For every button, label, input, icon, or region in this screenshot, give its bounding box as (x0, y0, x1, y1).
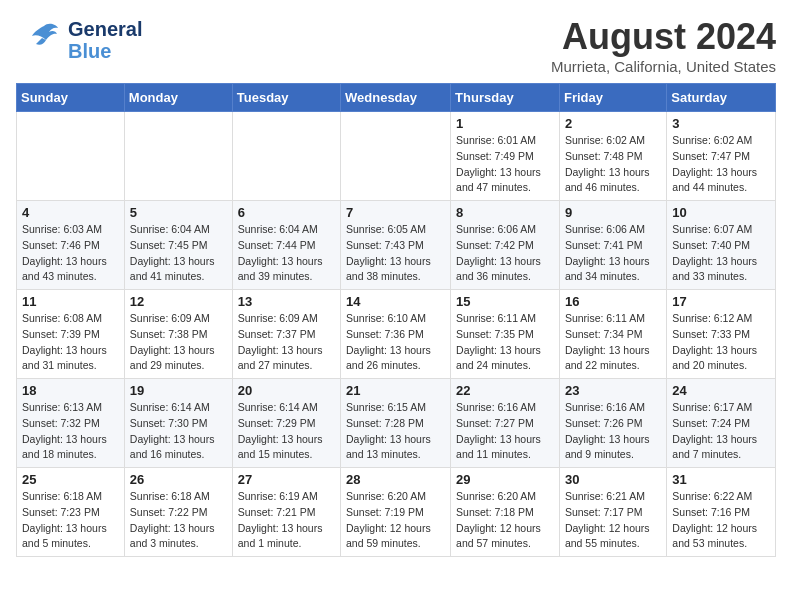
calendar-day-cell: 17Sunrise: 6:12 AMSunset: 7:33 PMDayligh… (667, 290, 776, 379)
page-header: General Blue August 2024 Murrieta, Calif… (16, 16, 776, 75)
day-number: 13 (238, 294, 335, 309)
day-number: 10 (672, 205, 770, 220)
day-number: 19 (130, 383, 227, 398)
day-number: 3 (672, 116, 770, 131)
calendar-day-cell (232, 112, 340, 201)
day-number: 24 (672, 383, 770, 398)
calendar-day-cell (17, 112, 125, 201)
calendar-day-cell: 25Sunrise: 6:18 AMSunset: 7:23 PMDayligh… (17, 468, 125, 557)
day-of-week-header: Thursday (451, 84, 560, 112)
day-number: 5 (130, 205, 227, 220)
day-of-week-header: Friday (559, 84, 666, 112)
calendar-day-cell: 31Sunrise: 6:22 AMSunset: 7:16 PMDayligh… (667, 468, 776, 557)
logo: General Blue (16, 16, 142, 64)
calendar-week-row: 1Sunrise: 6:01 AMSunset: 7:49 PMDaylight… (17, 112, 776, 201)
calendar-day-cell: 24Sunrise: 6:17 AMSunset: 7:24 PMDayligh… (667, 379, 776, 468)
day-info: Sunrise: 6:16 AMSunset: 7:27 PMDaylight:… (456, 400, 554, 463)
day-number: 4 (22, 205, 119, 220)
day-info: Sunrise: 6:02 AMSunset: 7:47 PMDaylight:… (672, 133, 770, 196)
day-info: Sunrise: 6:09 AMSunset: 7:38 PMDaylight:… (130, 311, 227, 374)
day-number: 22 (456, 383, 554, 398)
calendar-week-row: 11Sunrise: 6:08 AMSunset: 7:39 PMDayligh… (17, 290, 776, 379)
calendar-day-cell: 2Sunrise: 6:02 AMSunset: 7:48 PMDaylight… (559, 112, 666, 201)
day-info: Sunrise: 6:16 AMSunset: 7:26 PMDaylight:… (565, 400, 661, 463)
day-info: Sunrise: 6:12 AMSunset: 7:33 PMDaylight:… (672, 311, 770, 374)
calendar-day-cell: 23Sunrise: 6:16 AMSunset: 7:26 PMDayligh… (559, 379, 666, 468)
day-number: 12 (130, 294, 227, 309)
day-number: 15 (456, 294, 554, 309)
calendar-day-cell: 26Sunrise: 6:18 AMSunset: 7:22 PMDayligh… (124, 468, 232, 557)
day-info: Sunrise: 6:09 AMSunset: 7:37 PMDaylight:… (238, 311, 335, 374)
calendar-day-cell: 20Sunrise: 6:14 AMSunset: 7:29 PMDayligh… (232, 379, 340, 468)
logo-icon (16, 16, 64, 64)
day-info: Sunrise: 6:17 AMSunset: 7:24 PMDaylight:… (672, 400, 770, 463)
calendar-day-cell: 16Sunrise: 6:11 AMSunset: 7:34 PMDayligh… (559, 290, 666, 379)
day-info: Sunrise: 6:07 AMSunset: 7:40 PMDaylight:… (672, 222, 770, 285)
calendar-header-row: SundayMondayTuesdayWednesdayThursdayFrid… (17, 84, 776, 112)
day-number: 7 (346, 205, 445, 220)
day-info: Sunrise: 6:18 AMSunset: 7:22 PMDaylight:… (130, 489, 227, 552)
calendar-day-cell: 4Sunrise: 6:03 AMSunset: 7:46 PMDaylight… (17, 201, 125, 290)
day-number: 31 (672, 472, 770, 487)
calendar-day-cell: 18Sunrise: 6:13 AMSunset: 7:32 PMDayligh… (17, 379, 125, 468)
title-block: August 2024 Murrieta, California, United… (551, 16, 776, 75)
calendar-day-cell: 13Sunrise: 6:09 AMSunset: 7:37 PMDayligh… (232, 290, 340, 379)
day-number: 17 (672, 294, 770, 309)
calendar-day-cell: 15Sunrise: 6:11 AMSunset: 7:35 PMDayligh… (451, 290, 560, 379)
day-info: Sunrise: 6:03 AMSunset: 7:46 PMDaylight:… (22, 222, 119, 285)
day-info: Sunrise: 6:20 AMSunset: 7:19 PMDaylight:… (346, 489, 445, 552)
calendar-day-cell: 21Sunrise: 6:15 AMSunset: 7:28 PMDayligh… (341, 379, 451, 468)
day-number: 26 (130, 472, 227, 487)
day-info: Sunrise: 6:15 AMSunset: 7:28 PMDaylight:… (346, 400, 445, 463)
day-of-week-header: Sunday (17, 84, 125, 112)
day-info: Sunrise: 6:01 AMSunset: 7:49 PMDaylight:… (456, 133, 554, 196)
calendar-day-cell: 27Sunrise: 6:19 AMSunset: 7:21 PMDayligh… (232, 468, 340, 557)
logo-text: General Blue (68, 18, 142, 62)
day-number: 6 (238, 205, 335, 220)
day-info: Sunrise: 6:02 AMSunset: 7:48 PMDaylight:… (565, 133, 661, 196)
day-info: Sunrise: 6:11 AMSunset: 7:34 PMDaylight:… (565, 311, 661, 374)
day-info: Sunrise: 6:04 AMSunset: 7:44 PMDaylight:… (238, 222, 335, 285)
day-info: Sunrise: 6:11 AMSunset: 7:35 PMDaylight:… (456, 311, 554, 374)
day-number: 2 (565, 116, 661, 131)
day-of-week-header: Monday (124, 84, 232, 112)
day-info: Sunrise: 6:05 AMSunset: 7:43 PMDaylight:… (346, 222, 445, 285)
calendar-day-cell: 5Sunrise: 6:04 AMSunset: 7:45 PMDaylight… (124, 201, 232, 290)
day-number: 8 (456, 205, 554, 220)
day-of-week-header: Tuesday (232, 84, 340, 112)
day-number: 25 (22, 472, 119, 487)
day-number: 14 (346, 294, 445, 309)
calendar-day-cell: 9Sunrise: 6:06 AMSunset: 7:41 PMDaylight… (559, 201, 666, 290)
day-of-week-header: Saturday (667, 84, 776, 112)
calendar-day-cell: 10Sunrise: 6:07 AMSunset: 7:40 PMDayligh… (667, 201, 776, 290)
day-number: 16 (565, 294, 661, 309)
day-number: 30 (565, 472, 661, 487)
calendar-day-cell: 29Sunrise: 6:20 AMSunset: 7:18 PMDayligh… (451, 468, 560, 557)
day-of-week-header: Wednesday (341, 84, 451, 112)
day-number: 11 (22, 294, 119, 309)
calendar-week-row: 25Sunrise: 6:18 AMSunset: 7:23 PMDayligh… (17, 468, 776, 557)
calendar-day-cell: 19Sunrise: 6:14 AMSunset: 7:30 PMDayligh… (124, 379, 232, 468)
day-info: Sunrise: 6:19 AMSunset: 7:21 PMDaylight:… (238, 489, 335, 552)
logo-blue: Blue (68, 40, 142, 62)
day-number: 23 (565, 383, 661, 398)
calendar-week-row: 4Sunrise: 6:03 AMSunset: 7:46 PMDaylight… (17, 201, 776, 290)
logo-general: General (68, 18, 142, 40)
day-info: Sunrise: 6:13 AMSunset: 7:32 PMDaylight:… (22, 400, 119, 463)
day-number: 27 (238, 472, 335, 487)
day-info: Sunrise: 6:08 AMSunset: 7:39 PMDaylight:… (22, 311, 119, 374)
calendar-day-cell: 12Sunrise: 6:09 AMSunset: 7:38 PMDayligh… (124, 290, 232, 379)
day-info: Sunrise: 6:06 AMSunset: 7:42 PMDaylight:… (456, 222, 554, 285)
day-number: 20 (238, 383, 335, 398)
calendar-day-cell: 7Sunrise: 6:05 AMSunset: 7:43 PMDaylight… (341, 201, 451, 290)
calendar-day-cell: 28Sunrise: 6:20 AMSunset: 7:19 PMDayligh… (341, 468, 451, 557)
day-number: 9 (565, 205, 661, 220)
calendar-day-cell: 11Sunrise: 6:08 AMSunset: 7:39 PMDayligh… (17, 290, 125, 379)
day-info: Sunrise: 6:20 AMSunset: 7:18 PMDaylight:… (456, 489, 554, 552)
day-number: 18 (22, 383, 119, 398)
day-info: Sunrise: 6:18 AMSunset: 7:23 PMDaylight:… (22, 489, 119, 552)
day-number: 1 (456, 116, 554, 131)
calendar-day-cell: 14Sunrise: 6:10 AMSunset: 7:36 PMDayligh… (341, 290, 451, 379)
calendar-week-row: 18Sunrise: 6:13 AMSunset: 7:32 PMDayligh… (17, 379, 776, 468)
calendar-day-cell: 22Sunrise: 6:16 AMSunset: 7:27 PMDayligh… (451, 379, 560, 468)
